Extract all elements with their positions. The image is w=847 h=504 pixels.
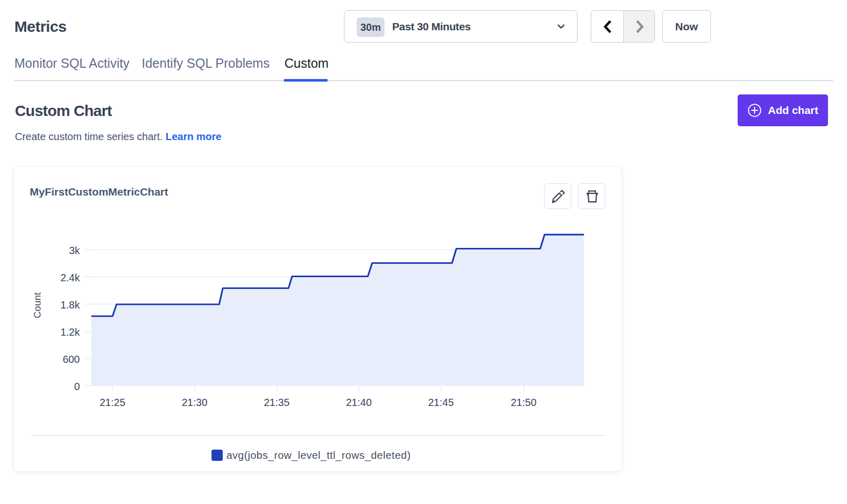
svg-text:Count: Count bbox=[32, 292, 43, 318]
svg-text:21:50: 21:50 bbox=[511, 397, 536, 408]
svg-text:21:40: 21:40 bbox=[346, 397, 372, 408]
svg-text:21:25: 21:25 bbox=[100, 397, 125, 408]
svg-text:0: 0 bbox=[74, 381, 80, 392]
svg-text:1.8k: 1.8k bbox=[61, 299, 81, 311]
svg-text:1.2k: 1.2k bbox=[61, 326, 81, 338]
svg-text:21:45: 21:45 bbox=[428, 397, 454, 408]
svg-text:21:30: 21:30 bbox=[182, 397, 207, 408]
svg-text:600: 600 bbox=[63, 354, 80, 365]
svg-text:2.4k: 2.4k bbox=[61, 272, 81, 283]
svg-text:21:35: 21:35 bbox=[264, 397, 290, 408]
svg-text:3k: 3k bbox=[69, 245, 80, 256]
